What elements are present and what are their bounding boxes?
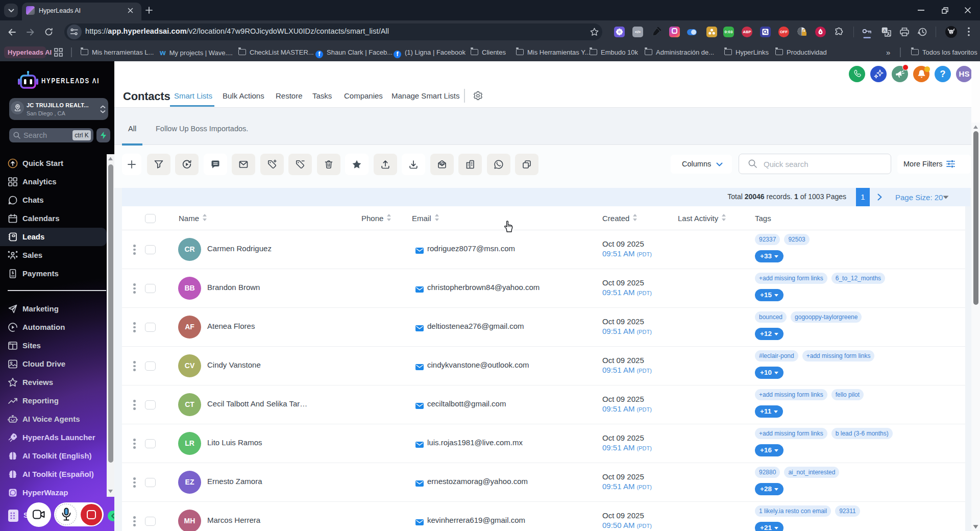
svg-text:A: A <box>883 28 886 33</box>
